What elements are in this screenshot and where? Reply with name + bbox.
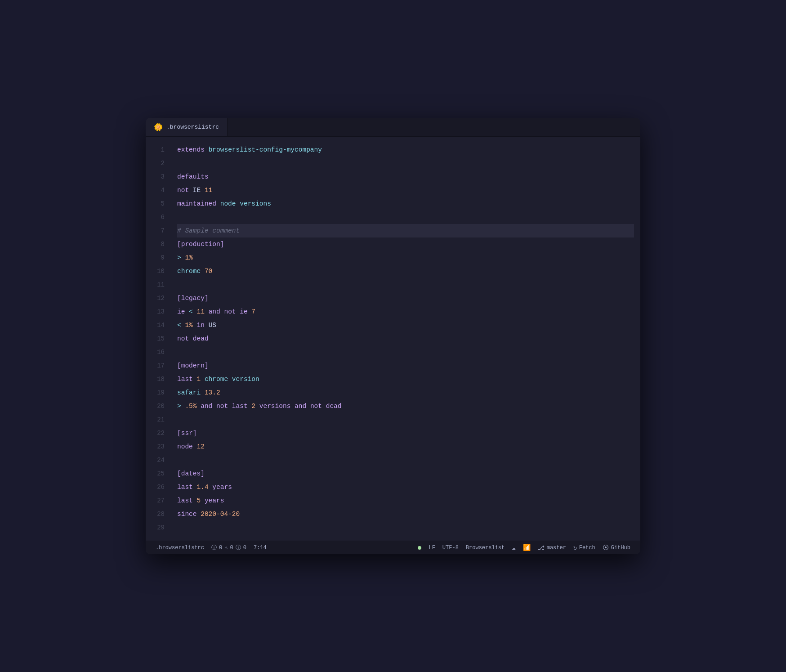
status-branch[interactable]: ⎇ master [534,544,570,551]
line-number-26: 26 [146,480,172,494]
tab-label: .browserslistrc [166,124,219,130]
line-number-5: 5 [146,197,172,211]
code-line-14: < 1% in US [177,318,634,332]
line-number-15: 15 [146,332,172,345]
code-line-9: > 1% [177,251,634,264]
status-language: Browserslist [462,545,508,551]
code-line-17: [modern] [177,359,634,372]
line-number-14: 14 [146,318,172,332]
code-line-1: extends browserslist-config-mycompany [177,143,634,157]
line-number-29: 29 [146,521,172,534]
scrollbar[interactable] [634,137,640,541]
status-fetch-button[interactable]: ↻ Fetch [570,544,599,551]
code-line-28: since 2020-04-20 [177,507,634,521]
line-number-16: 16 [146,345,172,359]
code-line-3: defaults [177,170,634,184]
info-icon: ⓘ [236,544,241,551]
line-number-3: 3 [146,170,172,184]
code-line-19: safari 13.2 [177,386,634,399]
code-line-29 [177,521,634,534]
code-line-26: last 1.4 years [177,480,634,494]
status-cursor: 7:14 [250,545,270,551]
status-errors: ⓘ 0 ⚠ 0 ⓘ 0 [208,544,250,551]
code-line-18: last 1 chrome version [177,372,634,386]
code-line-21 [177,413,634,426]
line-number-1: 1 [146,143,172,157]
code-line-6 [177,211,634,224]
code-line-13: ie < 11 and not ie 7 [177,305,634,318]
status-encoding: LF [425,545,438,551]
status-charset: UTF-8 [439,545,462,551]
code-line-7: # Sample comment [177,224,634,237]
line-number-20: 20 [146,399,172,413]
line-number-6: 6 [146,211,172,224]
line-number-19: 19 [146,386,172,399]
code-line-11 [177,278,634,291]
code-line-16 [177,345,634,359]
line-number-27: 27 [146,494,172,507]
code-line-15: not dead [177,332,634,345]
line-number-21: 21 [146,413,172,426]
editor-window: 🌼 .browserslistrc 1234567891011121314151… [146,118,640,554]
line-number-22: 22 [146,426,172,440]
line-number-18: 18 [146,372,172,386]
line-number-2: 2 [146,157,172,170]
status-signal-icon[interactable]: 📶 [519,544,534,551]
tab-file-icon: 🌼 [154,123,163,132]
line-number-4: 4 [146,184,172,197]
line-numbers: 1234567891011121314151617181920212223242… [146,137,172,541]
line-number-17: 17 [146,359,172,372]
status-filename: .browserslistrc [152,545,208,551]
code-area[interactable]: extends browserslist-config-mycompany de… [172,137,634,541]
active-tab[interactable]: 🌼 .browserslistrc [146,118,228,136]
line-number-8: 8 [146,237,172,251]
code-line-24 [177,453,634,467]
line-number-25: 25 [146,467,172,480]
code-line-8: [production] [177,237,634,251]
line-number-13: 13 [146,305,172,318]
status-github[interactable]: ⦿ GitHub [599,544,634,551]
code-line-22: [ssr] [177,426,634,440]
warning-icon: ⚠ [224,544,228,551]
code-line-2 [177,157,634,170]
line-number-12: 12 [146,291,172,305]
line-number-9: 9 [146,251,172,264]
status-upload-icon[interactable]: ☁ [508,544,519,551]
line-number-11: 11 [146,278,172,291]
tab-bar: 🌼 .browserslistrc [146,118,640,137]
code-line-23: node 12 [177,440,634,453]
editor-body: 1234567891011121314151617181920212223242… [146,137,640,541]
line-number-24: 24 [146,453,172,467]
code-line-25: [dates] [177,467,634,480]
code-line-10: chrome 70 [177,264,634,278]
code-line-12: [legacy] [177,291,634,305]
line-number-7: 7 [146,224,172,237]
code-line-20: > .5% and not last 2 versions and not de… [177,399,634,413]
line-number-23: 23 [146,440,172,453]
error-icon: ⓘ [211,544,217,551]
status-bar: .browserslistrc ⓘ 0 ⚠ 0 ⓘ 0 7:14 LF UTF-… [146,541,640,554]
line-number-28: 28 [146,507,172,521]
code-line-4: not IE 11 [177,184,634,197]
code-line-5: maintained node versions [177,197,634,211]
line-number-10: 10 [146,264,172,278]
status-dot [414,546,425,550]
code-line-27: last 5 years [177,494,634,507]
